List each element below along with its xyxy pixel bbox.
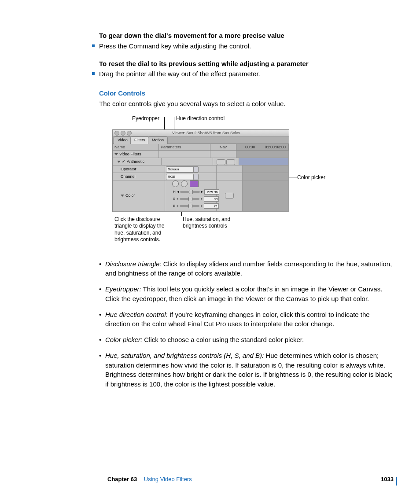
timeline-start: 00:00 (245, 144, 255, 150)
hdr-parameters: Parameters (159, 144, 210, 150)
tab-filters[interactable]: Filters (130, 136, 149, 144)
footer-chapter: Chapter 63 (107, 476, 137, 482)
window-title: Viewer: Sax 2 ShotWS from Sax Solos (172, 130, 240, 136)
term: Hue direction control: (105, 311, 168, 318)
list-item: •Eyedropper: This tool lets you quickly … (99, 284, 394, 304)
term: Color picker: (105, 336, 142, 343)
section-body: The color controls give you several ways… (99, 99, 394, 109)
heading-reset-dial: To reset the dial to its previous settin… (99, 59, 394, 69)
definition: Click to choose a color using the standa… (142, 336, 304, 343)
dropdown-arrow-icon[interactable] (193, 166, 199, 173)
operator-dropdown[interactable]: Screen (166, 166, 195, 173)
brightness-slider[interactable] (180, 205, 199, 207)
figure-color-controls: Eyedropper Hue direction control Color p… (112, 118, 350, 250)
list-item: •Disclosure triangle: Click to display s… (99, 259, 394, 279)
row-label: Arithmetic (127, 159, 144, 164)
term: Disclosure triangle: (105, 260, 162, 268)
hsb-bri-row: B◂▸71 (173, 203, 219, 209)
callout-color-picker: Color picker (297, 174, 325, 181)
row-color: Color H◂▸275.36 S◂▸33 B◂▸71 (113, 180, 289, 212)
bullet-reset-dial: Drag the pointer all the way out of the … (99, 69, 394, 79)
footer-accent-bar (396, 477, 397, 486)
traffic-lights[interactable] (114, 131, 132, 136)
dropdown-arrow-icon[interactable] (193, 174, 199, 180)
hsb-b-label: B (173, 203, 175, 209)
row-label: Operator (121, 167, 136, 171)
checkmark-icon[interactable]: ✓ (122, 159, 125, 164)
row-label: Channel (121, 174, 136, 179)
row-video-filters[interactable]: Video Filters (113, 151, 289, 158)
row-label: Color (125, 193, 135, 199)
eyedropper-icon[interactable] (172, 180, 179, 187)
row-channel: Channel RGB (113, 173, 289, 180)
disclosure-triangle-icon[interactable] (117, 161, 121, 163)
definition-list: •Disclosure triangle: Click to display s… (99, 259, 394, 389)
tab-bar: Video Filters Motion (113, 136, 289, 144)
hdr-nav: Nav (210, 144, 236, 150)
heading-gear-down: To gear down the dial's movement for a m… (99, 31, 394, 40)
bullet-gear-down-text: Press the Command key while adjusting th… (99, 41, 251, 51)
hsb-s-label: S (173, 196, 175, 202)
definition: This tool lets you quickly select a colo… (105, 285, 382, 302)
bullet-gear-down: Press the Command key while adjusting th… (99, 41, 394, 51)
hdr-name: Name (113, 144, 159, 150)
hsb-h-label: H (173, 189, 176, 195)
row-label: Video Filters (119, 152, 141, 156)
list-item: •Hue, saturation, and brightness control… (99, 351, 394, 389)
saturation-slider[interactable] (180, 198, 199, 200)
list-item: •Hue direction control: If you're keyfra… (99, 310, 394, 329)
timeline-end: 01:00:03:00 (265, 144, 286, 150)
row-operator: Operator Screen (113, 166, 289, 173)
square-bullet-icon (92, 44, 95, 47)
screenshot-viewer-window: Viewer: Sax 2 ShotWS from Sax Solos Vide… (112, 129, 289, 212)
page: To gear down the dial's movement for a m… (0, 0, 420, 504)
row-arithmetic[interactable]: ✓Arithmetic (113, 158, 289, 166)
tab-video[interactable]: Video (114, 136, 132, 144)
nav-reset-button[interactable] (217, 159, 225, 165)
hsb-hue-row: H◂▸275.36 (173, 189, 219, 195)
disclosure-triangle-icon[interactable] (114, 153, 118, 155)
window-titlebar: Viewer: Sax 2 ShotWS from Sax Solos (113, 130, 289, 136)
column-headers: Name Parameters Nav 00:00 01:00:03:00 (113, 144, 289, 151)
hue-slider[interactable] (180, 191, 200, 193)
nav-menu-button[interactable] (226, 159, 235, 165)
color-parameter-cell: H◂▸275.36 S◂▸33 B◂▸71 (165, 180, 217, 211)
hue-direction-icon[interactable] (181, 180, 188, 187)
square-bullet-icon (92, 72, 95, 75)
callout-hue-direction: Hue direction control (176, 115, 225, 122)
hsb-sat-row: S◂▸33 (173, 196, 219, 202)
footer-page-number: 1033 (381, 475, 394, 484)
term: Hue, saturation, and brightness controls… (105, 352, 264, 359)
tab-motion[interactable]: Motion (148, 136, 168, 144)
list-item: •Color picker: Click to choose a color u… (99, 335, 394, 345)
callout-hsb: Hue, saturation, and brightness controls (183, 216, 230, 230)
section-color-controls: Color Controls (99, 88, 394, 98)
term: Eyedropper: (105, 285, 141, 293)
disclosure-triangle-icon[interactable] (121, 195, 124, 197)
content-column: To gear down the dial's movement for a m… (99, 31, 394, 395)
keyframe-nav-button[interactable] (225, 193, 234, 199)
channel-dropdown[interactable]: RGB (166, 174, 195, 180)
callout-eyedropper: Eyedropper (132, 115, 159, 122)
color-picker-swatch[interactable] (190, 180, 199, 187)
callout-disclosure: Click the disclosure triangle to display… (114, 216, 164, 243)
page-footer: Chapter 63 Using Video Filters 1033 (107, 475, 394, 484)
hdr-timeline: 00:00 01:00:03:00 (236, 144, 289, 150)
footer-title: Using Video Filters (144, 476, 192, 482)
bullet-reset-dial-text: Drag the pointer all the way out of the … (99, 69, 260, 79)
